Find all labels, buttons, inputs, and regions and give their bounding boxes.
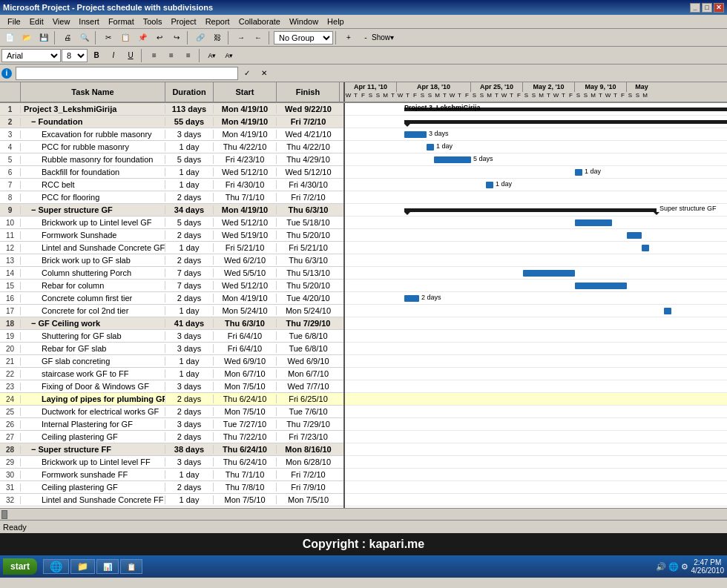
menu-report[interactable]: Report <box>201 16 234 27</box>
task-row[interactable]: 31 Ceiling plastering GF 2 days Thu 7/8/… <box>0 481 343 494</box>
cell-start-21: Wed 6/9/10 <box>214 357 277 366</box>
maximize-button[interactable]: □ <box>702 3 712 13</box>
task-row[interactable]: 13 Brick work up to GF slab 2 days Wed 6… <box>0 254 343 267</box>
entry-cancel-btn[interactable]: ✕ <box>256 66 272 81</box>
task-row[interactable]: 7 RCC belt 1 day Fri 4/30/10 Fri 4/30/10 <box>0 179 343 191</box>
cell-duration-23: 3 days <box>165 382 214 391</box>
menu-insert[interactable]: Insert <box>74 16 104 27</box>
gantt-row-20 <box>345 343 727 355</box>
scrollbar-area[interactable] <box>0 508 727 520</box>
task-row[interactable]: 12 Lintel and Sunshade Concrete GF 1 day… <box>0 242 343 254</box>
menu-format[interactable]: Format <box>104 16 139 27</box>
task-row[interactable]: 18 − GF Ceiling work 41 days Thu 6/3/10 … <box>0 317 343 330</box>
task-row[interactable]: 3 Excavation for rubble masonry 3 days M… <box>0 128 343 141</box>
task-row[interactable]: 2 − Foundation 55 days Mon 4/19/10 Fri 7… <box>0 116 343 128</box>
menu-file[interactable]: File <box>3 16 25 27</box>
task-row[interactable]: 20 Rebar for GF slab 3 days Fri 6/4/10 T… <box>0 343 343 355</box>
task-row[interactable]: 9 − Super structure GF 34 days Mon 4/19/… <box>0 204 343 217</box>
underline-btn[interactable]: U <box>122 48 139 63</box>
task-row[interactable]: 14 Column shuttering Porch 7 days Wed 5/… <box>0 267 343 280</box>
close-button[interactable]: ✕ <box>714 3 724 13</box>
col-duration[interactable]: Duration <box>165 82 214 102</box>
align-center-btn[interactable]: ≡ <box>163 48 180 63</box>
gantt-row-15 <box>345 280 727 292</box>
zoom-in-btn[interactable]: + <box>341 30 357 45</box>
menu-tools[interactable]: Tools <box>139 16 167 27</box>
cut-btn[interactable]: ✂ <box>100 30 116 45</box>
task-row[interactable]: 15 Rebar for column 7 days Wed 5/12/10 T… <box>0 280 343 292</box>
menu-help[interactable]: Help <box>323 16 349 27</box>
task-row[interactable]: 26 Internal Plastering for GF 3 days Tue… <box>0 418 343 431</box>
task-row[interactable]: 23 Fixing of Door & Windows GF 3 days Mo… <box>0 380 343 393</box>
align-right-btn[interactable]: ≡ <box>180 48 197 63</box>
undo-btn[interactable]: ↩ <box>151 30 168 45</box>
align-left-btn[interactable]: ≡ <box>146 48 162 63</box>
col-start[interactable]: Start <box>214 82 277 102</box>
cell-id-14: 14 <box>0 269 21 277</box>
cell-id-4: 4 <box>0 143 21 151</box>
cell-id-1: 1 <box>0 105 21 113</box>
task-row[interactable]: 10 Brickwork up to Lintel level GF 5 day… <box>0 217 343 229</box>
gantt-row-22 <box>345 368 727 380</box>
entry-confirm-btn[interactable]: ✓ <box>239 66 255 81</box>
show-btn[interactable]: Show▾ <box>375 30 391 45</box>
task-row[interactable]: 8 PCC for flooring 2 days Thu 7/1/10 Fri… <box>0 191 343 204</box>
task-row[interactable]: 29 Brickwork up to Lintel level FF 3 day… <box>0 456 343 469</box>
taskbar-app1[interactable]: 📊 <box>96 559 119 574</box>
taskbar-explorer[interactable]: 📁 <box>70 559 95 574</box>
task-row[interactable]: 27 Ceiling plastering GF 2 days Thu 7/22… <box>0 431 343 443</box>
print-btn[interactable]: 🖨 <box>59 30 76 45</box>
copy-btn[interactable]: 📋 <box>117 30 134 45</box>
redo-btn[interactable]: ↪ <box>168 30 185 45</box>
italic-btn[interactable]: I <box>105 48 122 63</box>
taskbar-app2[interactable]: 📋 <box>120 559 142 574</box>
bold-btn[interactable]: B <box>88 48 105 63</box>
taskbar-ie[interactable]: 🌐 <box>43 559 69 574</box>
indent-btn[interactable]: → <box>233 30 249 45</box>
gantt-label-9: Super structure GF <box>659 205 717 212</box>
save-btn[interactable]: 💾 <box>36 30 52 45</box>
link-btn[interactable]: 🔗 <box>192 30 208 45</box>
menu-project[interactable]: Project <box>166 16 200 27</box>
font-select[interactable]: Arial <box>1 49 61 62</box>
task-row[interactable]: 25 Ductwork for electrical works GF 2 da… <box>0 406 343 418</box>
group-select[interactable]: No Group <box>274 31 333 44</box>
unlink-btn[interactable]: ⛓ <box>209 30 226 45</box>
task-row[interactable]: 32 Lintel and Sunshade Concrete FF 1 day… <box>0 494 343 506</box>
col-finish[interactable]: Finish <box>277 82 340 102</box>
font-color-btn[interactable]: A▾ <box>221 48 237 63</box>
start-button[interactable]: start <box>3 558 37 575</box>
task-row[interactable]: 1 Project 3_LekshmiGirija 113 days Mon 4… <box>0 103 343 116</box>
size-select[interactable]: 8 <box>62 49 88 62</box>
minimize-button[interactable]: _ <box>690 3 700 13</box>
menu-collaborate[interactable]: Collaborate <box>234 16 285 27</box>
new-btn[interactable]: 📄 <box>1 30 18 45</box>
paste-btn[interactable]: 📌 <box>134 30 151 45</box>
open-btn[interactable]: 📂 <box>19 30 35 45</box>
preview-btn[interactable]: 🔍 <box>76 30 93 45</box>
bg-color-btn[interactable]: A▾ <box>204 48 220 63</box>
cell-duration-29: 3 days <box>165 457 214 466</box>
task-row[interactable]: 16 Concrete column first tier 2 days Mon… <box>0 292 343 305</box>
task-row[interactable]: 24 Laying of pipes for plumbing GF 2 day… <box>0 393 343 406</box>
scroll-thumb[interactable] <box>1 510 7 519</box>
task-row[interactable]: 5 Rubble masonry for foundation 5 days F… <box>0 153 343 166</box>
col-task-name[interactable]: Task Name <box>21 82 165 102</box>
task-row[interactable]: 6 Backfill for foundation 1 day Wed 5/12… <box>0 166 343 179</box>
task-row[interactable]: 22 staircase work GF to FF 1 day Mon 6/7… <box>0 368 343 380</box>
cell-id-22: 22 <box>0 370 21 378</box>
task-row[interactable]: 17 Concrete for col 2nd tier 1 day Mon 5… <box>0 305 343 317</box>
cell-start-19: Fri 6/4/10 <box>214 331 277 340</box>
menu-view[interactable]: View <box>48 16 75 27</box>
menu-window[interactable]: Window <box>285 16 323 27</box>
task-row[interactable]: 4 PCC for rubble masonry 1 day Thu 4/22/… <box>0 141 343 153</box>
task-row[interactable]: 28 − Super structure FF 38 days Thu 6/24… <box>0 443 343 456</box>
task-entry-input[interactable] <box>16 67 238 80</box>
task-row[interactable]: 21 GF slab concreting 1 day Wed 6/9/10 W… <box>0 355 343 368</box>
cell-finish-14: Thu 5/13/10 <box>277 268 340 277</box>
menu-edit[interactable]: Edit <box>25 16 48 27</box>
outdent-btn[interactable]: ← <box>250 30 266 45</box>
task-row[interactable]: 11 Formwork Sunshade 2 days Wed 5/19/10 … <box>0 229 343 242</box>
task-row[interactable]: 30 Formwork sunshade FF 1 day Thu 7/1/10… <box>0 469 343 481</box>
task-row[interactable]: 19 Shuttering for GF slab 3 days Fri 6/4… <box>0 330 343 343</box>
